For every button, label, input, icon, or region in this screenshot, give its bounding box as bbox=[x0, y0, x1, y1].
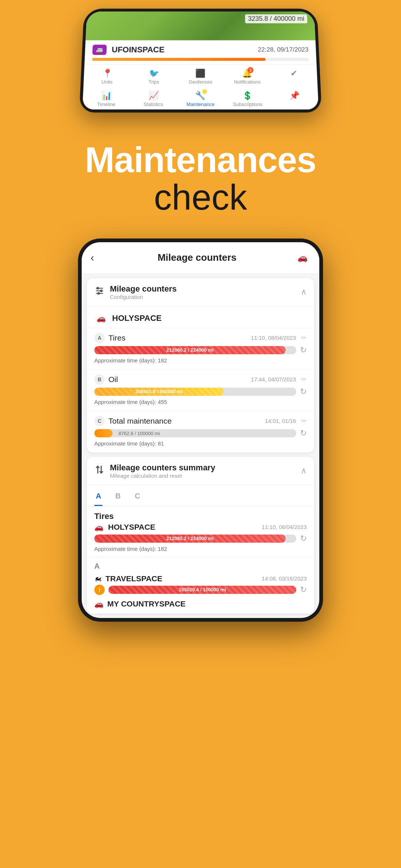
summary-bar-row: 212060.2 / 224000 mi ↻ bbox=[94, 534, 307, 543]
nav-notifications[interactable]: 🔔 1 Notifications bbox=[224, 67, 271, 86]
maint-date-tires: 11:10, 08/04/2023 bbox=[251, 335, 296, 341]
top-phone-map: 3235.8 / 400000 mi bbox=[85, 11, 315, 40]
bottom-phone-header: ‹ Mileage counters 🚗 bbox=[82, 242, 319, 274]
maint-refresh-oil[interactable]: ↻ bbox=[300, 387, 307, 397]
summary-approx: Approximate time (days): 182 bbox=[94, 546, 307, 552]
maint-bar-row-oil: 358461.9 / 560000 mi ↻ bbox=[94, 387, 307, 397]
travelspace-item: 🏍 TRAVELSPACE 14:08, 03/16/2023 ! 155029… bbox=[94, 574, 307, 595]
maint-track-oil: 358461.9 / 560000 mi bbox=[94, 388, 296, 396]
summary-tabs: A B C bbox=[87, 485, 314, 506]
maint-edit-tires[interactable]: ✏ bbox=[301, 334, 307, 342]
summary-holyspace-icon: 🚗 bbox=[94, 523, 104, 532]
nav-pin[interactable]: 📌 bbox=[271, 89, 319, 109]
nav-trips-label: Trips bbox=[149, 79, 159, 85]
countryspace-name: MY COUNTRYSPACE bbox=[107, 599, 186, 608]
maint-label-oil: 358461.9 / 560000 mi bbox=[135, 389, 182, 394]
top-vehicle-row: 🚐 UFOINSPACE 22:28, 09/17/2023 bbox=[85, 40, 316, 58]
travelspace-badge-icon: ! bbox=[99, 587, 101, 593]
config-chevron-icon[interactable]: ∧ bbox=[301, 287, 307, 297]
config-subtitle: Configuration bbox=[110, 294, 296, 300]
maint-fill-total bbox=[94, 429, 113, 437]
location-icon: 📍 bbox=[102, 69, 113, 78]
geofences-icon: ⬛ bbox=[195, 69, 205, 78]
svg-point-1 bbox=[97, 287, 99, 289]
maint-item-total: C Total maintenance 14:01, 01/16 ✏ 8762. bbox=[87, 411, 314, 453]
nav-geofences-label: Geofences bbox=[189, 79, 212, 85]
nav-statistics[interactable]: 📈 Statistics bbox=[130, 89, 177, 109]
maint-letter-b: B bbox=[94, 374, 105, 385]
maint-item-total-left: C Total maintenance bbox=[94, 416, 172, 426]
top-progress-area bbox=[84, 58, 316, 65]
maint-date-oil: 17:44, 04/07/2023 bbox=[251, 376, 296, 382]
config-icon bbox=[94, 286, 105, 299]
config-vehicle-name: HOLYSPACE bbox=[112, 313, 162, 323]
maint-date-total: 14:01, 01/16 bbox=[265, 418, 296, 424]
nav-check[interactable]: ✔ bbox=[270, 67, 318, 86]
headline-section: Maintenances check bbox=[0, 112, 401, 239]
maint-approx-total: Approximate time (days): 81 bbox=[94, 440, 307, 447]
bottom-phone-container: ‹ Mileage counters 🚗 bbox=[0, 239, 401, 637]
maint-letter-c: C bbox=[94, 416, 105, 426]
maint-item-oil-left: B Oil bbox=[94, 374, 118, 385]
top-phone: 3235.8 / 400000 mi 🚐 UFOINSPACE 22:28, 0… bbox=[79, 9, 322, 112]
summary-tab-a[interactable]: A bbox=[94, 489, 102, 506]
summary-icon bbox=[94, 464, 105, 477]
summary-tab-b[interactable]: B bbox=[114, 489, 122, 506]
summary-chevron-icon[interactable]: ∧ bbox=[301, 466, 307, 476]
travelspace-label: 155029.4 / 100000 mi bbox=[179, 587, 226, 592]
nav-timeline-label: Timeline bbox=[97, 101, 115, 107]
maint-approx-tires: Approximate time (days): 182 bbox=[94, 357, 307, 364]
maintenance-icon: 🔧 bbox=[195, 91, 205, 101]
top-nav-row1: 📍 Units 🐦 Trips ⬛ Geofences 🔔 bbox=[84, 65, 318, 87]
summary-refresh[interactable]: ↻ bbox=[300, 534, 307, 543]
maint-approx-oil: Approximate time (days): 455 bbox=[94, 399, 307, 405]
maint-edit-oil[interactable]: ✏ bbox=[301, 375, 307, 384]
maint-item-oil: B Oil 17:44, 04/07/2023 ✏ 358461.9 / 560… bbox=[87, 369, 314, 411]
top-date: 22:28, 09/17/2023 bbox=[258, 46, 309, 53]
top-progress-fill bbox=[92, 58, 265, 61]
maint-label-tires: 212060.2 / 224000 mi bbox=[166, 347, 213, 353]
pin-icon: 📌 bbox=[289, 91, 300, 101]
top-vehicle-name: UFOINSPACE bbox=[111, 45, 164, 55]
screen-title: Mileage counters bbox=[100, 252, 294, 263]
maintenance-badge bbox=[203, 89, 207, 94]
maint-item-tires: A Tires 11:10, 08/04/2023 ✏ 212060.2 / 2… bbox=[87, 328, 314, 369]
nav-units[interactable]: 📍 Units bbox=[84, 67, 131, 86]
maint-refresh-tires[interactable]: ↻ bbox=[300, 345, 307, 355]
timeline-icon: 📊 bbox=[101, 91, 112, 101]
maint-name-total: Total maintenance bbox=[108, 417, 172, 425]
config-card-header: Mileage counters Configuration ∧ bbox=[87, 278, 314, 306]
back-button[interactable]: ‹ bbox=[91, 252, 94, 264]
countryspace-icon: 🚗 bbox=[94, 599, 104, 608]
summary-holyspace-section: 🚗 HOLYSPACE 11:10, 08/04/2023 212060.2 /… bbox=[87, 523, 314, 557]
countryspace-row: 🚗 MY COUNTRYSPACE bbox=[94, 599, 307, 612]
a-section: A 🏍 TRAVELSPACE 14:08, 03/16/2023 ! bbox=[87, 557, 314, 614]
maint-item-tires-left: A Tires bbox=[94, 333, 125, 343]
summary-holyspace-row: 🚗 HOLYSPACE 11:10, 08/04/2023 bbox=[94, 523, 307, 532]
moto-icon: 🏍 bbox=[94, 574, 102, 583]
summary-tab-c[interactable]: C bbox=[133, 489, 141, 506]
top-nav-row2: 📊 Timeline 📈 Statistics 🔧 Maintenance bbox=[82, 87, 319, 110]
nav-maintenance[interactable]: 🔧 Maintenance bbox=[177, 89, 224, 109]
travelspace-refresh[interactable]: ↻ bbox=[300, 585, 307, 595]
config-card: Mileage counters Configuration ∧ 🚗 HOLYS… bbox=[87, 278, 314, 453]
trips-icon: 🐦 bbox=[149, 69, 159, 78]
config-title-group: Mileage counters Configuration bbox=[110, 284, 296, 300]
maint-refresh-total[interactable]: ↻ bbox=[300, 428, 307, 438]
nav-timeline[interactable]: 📊 Timeline bbox=[82, 89, 130, 109]
nav-trips[interactable]: 🐦 Trips bbox=[130, 67, 177, 86]
statistics-icon: 📈 bbox=[148, 91, 159, 101]
headline-main: Maintenances bbox=[15, 141, 386, 179]
nav-subscriptions[interactable]: 💲 Subscriptions bbox=[224, 89, 271, 109]
maint-fill-oil: 358461.9 / 560000 mi bbox=[94, 388, 224, 396]
top-vehicle-icon: 🚐 bbox=[92, 45, 107, 55]
nav-units-label: Units bbox=[101, 79, 113, 85]
config-title: Mileage counters bbox=[110, 284, 296, 294]
nav-geofences[interactable]: ⬛ Geofences bbox=[177, 67, 224, 86]
maint-name-oil: Oil bbox=[108, 375, 118, 384]
summary-title: Mileage counters summary bbox=[110, 463, 296, 473]
top-phone-screen: 3235.8 / 400000 mi 🚐 UFOINSPACE 22:28, 0… bbox=[82, 11, 319, 109]
maint-edit-total[interactable]: ✏ bbox=[301, 417, 307, 425]
maint-name-tires: Tires bbox=[108, 333, 125, 342]
headline-sub: check bbox=[15, 179, 386, 216]
